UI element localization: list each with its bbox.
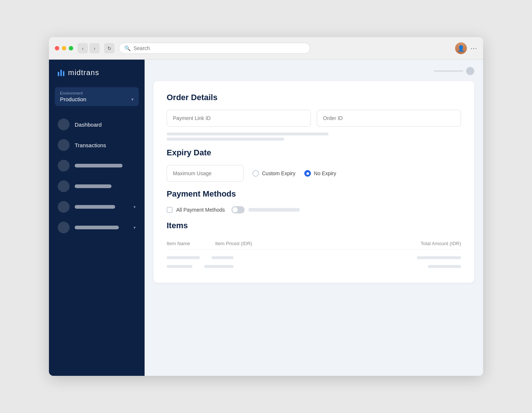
chrome-right: 👤 ··· — [455, 42, 477, 54]
sidebar-item-label: Transactions — [75, 142, 106, 148]
ph-cell — [428, 265, 461, 268]
env-value-row: Production ▾ — [60, 96, 134, 102]
order-id-input[interactable] — [317, 110, 461, 127]
form-card: Order Details Expiry Date — [153, 81, 474, 283]
traffic-lights — [55, 46, 73, 50]
custom-expiry-option[interactable]: Custom Expiry — [252, 170, 295, 177]
minimize-button[interactable] — [62, 46, 66, 50]
avatar: 👤 — [455, 42, 467, 54]
items-table-header: Item Name Item Priced (IDR) Total Amount… — [167, 238, 461, 250]
main-content: Order Details Expiry Date — [145, 60, 483, 376]
radio-inner-dot — [306, 172, 309, 175]
payment-methods-section: Payment Methods All Payment Methods — [167, 189, 461, 213]
env-label: Environment — [60, 91, 134, 95]
no-expiry-radio[interactable] — [304, 170, 311, 177]
order-details-placeholder-lines — [167, 133, 461, 141]
item5-icon — [58, 201, 70, 213]
sidebar-item-bar — [75, 226, 119, 229]
ph-cell — [167, 265, 192, 268]
ph-cell — [167, 256, 200, 259]
sidebar-item-6[interactable]: ▾ — [52, 218, 142, 237]
sidebar-item-label: Dashboard — [75, 121, 102, 128]
toggle-knob — [233, 207, 238, 212]
total-amount-col-header: Total Amount (IDR) — [421, 241, 461, 246]
close-button[interactable] — [55, 46, 59, 50]
item6-icon — [58, 222, 70, 233]
table-row — [167, 262, 461, 271]
app-layout: midtrans Environment Production ▾ Dashbo… — [49, 60, 483, 376]
scroll-indicator — [145, 67, 483, 81]
all-payment-methods-label: All Payment Methods — [176, 207, 225, 213]
ph-cell — [212, 256, 234, 259]
order-details-section: Order Details — [167, 93, 461, 141]
sidebar-nav: Dashboard Transactions ▾ — [49, 115, 145, 237]
custom-expiry-radio[interactable] — [252, 170, 259, 177]
table-row — [167, 253, 461, 262]
ph-cell — [204, 265, 234, 268]
item4-icon — [58, 180, 70, 192]
sidebar-item-transactions[interactable]: Transactions — [52, 135, 142, 155]
expiry-date-title: Expiry Date — [167, 148, 461, 158]
order-details-row — [167, 110, 461, 127]
dashboard-icon — [58, 119, 70, 130]
sidebar-logo: midtrans — [49, 68, 145, 87]
payment-methods-row: All Payment Methods — [167, 206, 461, 213]
no-expiry-label: No Expiry — [314, 170, 336, 176]
no-expiry-option[interactable]: No Expiry — [304, 170, 336, 177]
nav-buttons: ‹ › — [78, 43, 100, 53]
more-button[interactable]: ··· — [471, 45, 477, 52]
order-details-title: Order Details — [167, 93, 461, 102]
sidebar-item-bar — [75, 205, 115, 209]
back-button[interactable]: ‹ — [78, 43, 88, 53]
maximum-usage-input[interactable] — [167, 165, 244, 182]
logo-icon — [58, 70, 64, 76]
pm-bar — [248, 208, 300, 212]
ph-line — [167, 133, 329, 135]
search-input[interactable] — [134, 45, 305, 51]
ph-cell — [417, 256, 461, 259]
expiry-row: Custom Expiry No Expiry — [167, 165, 461, 182]
environment-selector[interactable]: Environment Production ▾ — [55, 87, 139, 106]
maximize-button[interactable] — [69, 46, 73, 50]
scroll-track — [434, 70, 463, 72]
chevron-down-icon: ▾ — [134, 205, 136, 209]
sidebar-item-bar — [75, 184, 111, 188]
logo-text: midtrans — [68, 68, 99, 77]
logo-bar-1 — [58, 72, 59, 76]
payment-toggle[interactable] — [231, 206, 245, 213]
browser-chrome: ‹ › ↻ 🔍 👤 ··· — [49, 37, 483, 60]
scroll-handle[interactable] — [466, 67, 474, 75]
ph-line — [167, 138, 284, 141]
sidebar: midtrans Environment Production ▾ Dashbo… — [49, 60, 145, 376]
logo-bar-3 — [63, 71, 64, 76]
sidebar-item-3[interactable] — [52, 156, 142, 175]
env-value: Production — [60, 96, 86, 102]
search-icon: 🔍 — [124, 45, 131, 51]
expiry-date-section: Expiry Date Custom Expiry No Exp — [167, 148, 461, 182]
all-payment-methods-checkbox[interactable] — [167, 207, 173, 213]
payment-link-id-input[interactable] — [167, 110, 311, 127]
items-section: Items Item Name Item Priced (IDR) Total … — [167, 221, 461, 271]
search-bar[interactable]: 🔍 — [119, 43, 310, 54]
sidebar-item-5[interactable]: ▾ — [52, 197, 142, 216]
sidebar-item-4[interactable] — [52, 177, 142, 196]
refresh-button[interactable]: ↻ — [104, 43, 114, 53]
chevron-down-icon: ▾ — [134, 225, 136, 230]
item3-icon — [58, 160, 70, 172]
sidebar-item-bar — [75, 164, 123, 167]
custom-expiry-label: Custom Expiry — [262, 170, 295, 176]
sidebar-item-dashboard[interactable]: Dashboard — [52, 115, 142, 134]
transactions-icon — [58, 139, 70, 151]
items-title: Items — [167, 221, 461, 230]
item-priced-col-header: Item Priced (IDR) — [215, 241, 267, 246]
forward-button[interactable]: › — [89, 43, 100, 53]
logo-bar-2 — [60, 70, 62, 76]
chevron-down-icon: ▾ — [131, 97, 134, 102]
item-name-col-header: Item Name — [167, 241, 211, 246]
payment-methods-title: Payment Methods — [167, 189, 461, 199]
